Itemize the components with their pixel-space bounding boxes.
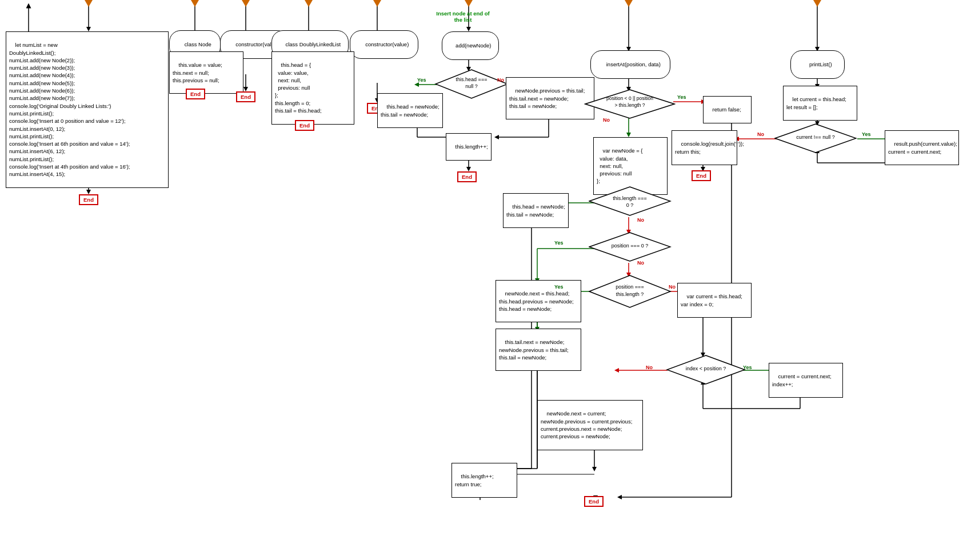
result-push: result.push(current.value); current = cu… — [885, 130, 959, 165]
end-add: End — [457, 171, 477, 182]
end-printlist: End — [692, 170, 711, 181]
label-yes-poszero: Yes — [554, 240, 564, 246]
label-yes-headnull: Yes — [417, 77, 426, 83]
svg-text:position < 0 || position: position < 0 || position — [606, 95, 653, 101]
var-current: var current = this.head; var index = 0; — [677, 283, 752, 318]
svg-text:index < position ?: index < position ? — [686, 366, 726, 371]
current-head-result: let current = this.head; let result = []… — [783, 86, 857, 121]
start-arrow-classnode — [191, 0, 199, 7]
current-next-index: current = current.next; index++; — [769, 363, 843, 398]
svg-text:current !== null ?: current !== null ? — [796, 134, 835, 140]
start-arrow-constructor1 — [242, 0, 250, 7]
printlist-oval: printList() — [790, 50, 845, 79]
start-arrow-constructor2 — [373, 0, 381, 7]
insert-comment: Insert node at end of the list — [434, 10, 492, 23]
doubly-body: this.head = { value: value, next: null, … — [271, 51, 354, 125]
end-constructor1: End — [236, 91, 255, 102]
end-classnode: End — [186, 89, 205, 99]
svg-marker-18 — [243, 87, 248, 91]
svg-text:position === 0 ?: position === 0 ? — [612, 243, 648, 249]
constructor2-oval: constructor(value) — [350, 30, 418, 59]
svg-text:null ?: null ? — [465, 83, 478, 89]
svg-marker-10 — [466, 27, 471, 31]
label-yes-poscheck: Yes — [677, 94, 686, 100]
label-no-idxpos: No — [646, 365, 653, 370]
svg-marker-40 — [626, 133, 631, 137]
tail-next-newnode: this.tail.next = newNode; newNode.previo… — [496, 329, 581, 371]
svg-marker-36 — [466, 167, 471, 171]
label-no-poscheck: No — [603, 117, 610, 123]
label-no-headnull: No — [497, 77, 504, 83]
current-null-diamond: current !== null ? — [774, 123, 857, 154]
svg-text:> this.length ?: > this.length ? — [614, 102, 645, 108]
length-return-true: this.length++; return true; — [451, 463, 517, 498]
svg-marker-71 — [614, 368, 619, 373]
start-arrow-main — [85, 0, 93, 7]
end-insertat: End — [584, 496, 604, 507]
label-yes-idxpos: Yes — [743, 365, 752, 370]
start-arrow-classdoubly — [305, 0, 313, 7]
head-tail-newnode: this.head = newNode; this.tail = newNode… — [377, 93, 443, 128]
label-no-currnull: No — [757, 131, 764, 137]
end-main: End — [79, 194, 98, 205]
svg-text:this.head ===: this.head === — [456, 77, 488, 82]
return-false: return false; — [703, 96, 752, 123]
svg-marker-100 — [86, 190, 91, 194]
insertat-oval: insertAt(position, data) — [590, 50, 670, 79]
svg-text:position ===: position === — [616, 284, 644, 290]
main-code-block: let numList = new DoublyLinkedList(); nu… — [6, 31, 169, 188]
svg-text:this.length ===: this.length === — [613, 195, 646, 201]
label-yes-currnull: Yes — [862, 131, 871, 137]
newnode-previous: newNode.previous = this.tail; this.tail.… — [506, 77, 594, 119]
svg-marker-45 — [617, 495, 622, 499]
length-inc-add: this.length++; — [446, 133, 492, 161]
newnode-next-current: newNode.next = current; newNode.previous… — [537, 400, 643, 450]
label-no-lenzero: No — [637, 217, 644, 223]
head-tail-newnode2: this.head = newNode; this.tail = newNode… — [503, 193, 569, 228]
length-zero-diamond: this.length === 0 ? — [589, 186, 672, 217]
class-node-body: this.value = value; this.next = null; th… — [169, 51, 243, 94]
end-doubly: End — [295, 120, 314, 131]
console-log-result: console.log(result.join(' ')); return th… — [672, 130, 737, 165]
position-length-diamond: position === this.length ? — [589, 274, 672, 309]
svg-marker-79 — [592, 467, 597, 471]
add-oval: add(newNode) — [442, 31, 499, 60]
svg-marker-98 — [86, 27, 91, 31]
svg-marker-26 — [414, 82, 419, 87]
newnode-next-head: newNode.next = this.head; this.head.prev… — [496, 280, 581, 322]
svg-text:this.length ?: this.length ? — [616, 291, 644, 297]
start-arrow-insertat — [625, 0, 633, 7]
svg-marker-34 — [494, 135, 499, 139]
position-check-diamond: position < 0 || position > this.length ? — [584, 89, 676, 120]
label-no-poszero: No — [637, 260, 644, 266]
position-zero-diamond: position === 0 ? — [589, 231, 672, 263]
diagram-container: let numList = new DoublyLinkedList(); nu… — [0, 0, 963, 560]
index-position-diamond: index < position ? — [666, 354, 746, 386]
head-null-diamond: this.head === null ? — [434, 69, 509, 100]
label-yes-poslen: Yes — [554, 284, 564, 290]
start-arrow-add — [465, 0, 473, 7]
svg-text:0 ?: 0 ? — [626, 202, 634, 208]
svg-marker-107 — [589, 187, 670, 215]
label-no-poslen: No — [669, 284, 676, 290]
start-arrow-printlist — [813, 0, 821, 7]
